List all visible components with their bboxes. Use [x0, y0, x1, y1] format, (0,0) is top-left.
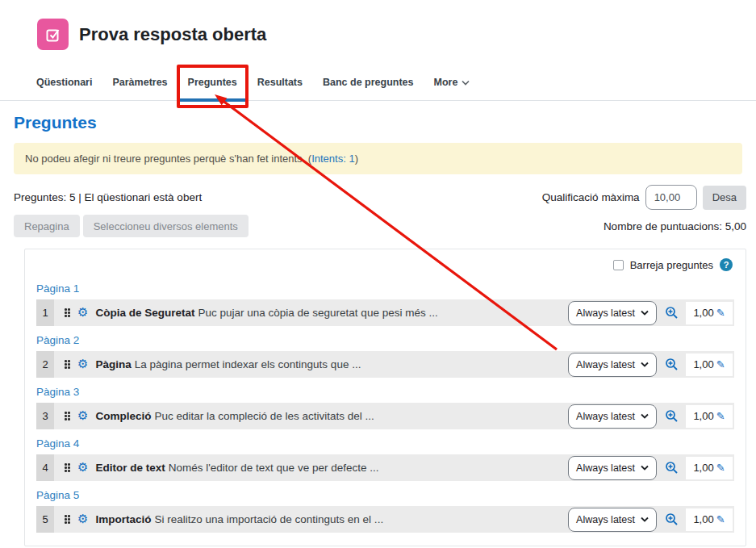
move-icon[interactable] — [65, 412, 70, 420]
chevron-down-icon — [462, 80, 470, 86]
page-link[interactable]: Pàgina 2 — [36, 334, 79, 346]
question-number: 5 — [36, 506, 54, 533]
question-text: Només l'editor de text que ve per defect… — [169, 462, 379, 474]
chevron-down-icon — [641, 310, 649, 316]
tab-preguntes[interactable]: Preguntes — [180, 75, 245, 100]
page-section: Pàgina 5 5 ⚙ Importació Si realitzo una … — [36, 481, 734, 533]
page-section: Pàgina 4 4 ⚙ Editor de text Només l'edit… — [36, 429, 734, 481]
tab-more[interactable]: More — [426, 75, 478, 100]
save-button[interactable]: Desa — [703, 186, 746, 210]
version-select[interactable]: Always latest — [568, 456, 657, 480]
max-grade-label: Qualificació màxima — [542, 191, 640, 203]
question-name[interactable]: Còpia de Seguretat — [95, 307, 194, 319]
total-points-text: Nombre de puntuacions: 5,00 — [604, 220, 746, 232]
version-select-value: Always latest — [576, 359, 635, 370]
page-link[interactable]: Pàgina 5 — [36, 489, 79, 501]
version-select[interactable]: Always latest — [568, 353, 657, 377]
question-points: 1,00 — [693, 410, 713, 422]
tab-questionari[interactable]: Qüestionari — [28, 75, 100, 100]
tab-banc-de-preguntes[interactable]: Banc de preguntes — [315, 75, 422, 100]
question-row: 5 ⚙ Importació Si realitzo una importaci… — [36, 506, 734, 533]
question-number: 1 — [36, 299, 54, 326]
edit-points-icon[interactable]: ✎ — [716, 307, 725, 318]
score-box: 1,00 ✎ — [686, 405, 733, 428]
question-row: 1 ⚙ Còpia de Seguretat Puc pujar una còp… — [36, 299, 734, 326]
tab-resultats[interactable]: Resultats — [249, 75, 311, 100]
question-points: 1,00 — [693, 307, 713, 319]
alert-text: No podeu afegir ni treure preguntes perq… — [25, 153, 311, 165]
question-row: 4 ⚙ Editor de text Només l'editor de tex… — [36, 454, 734, 481]
gear-icon[interactable]: ⚙ — [77, 410, 88, 422]
quiz-assignment-icon — [37, 19, 69, 50]
preview-question-icon[interactable] — [665, 358, 679, 371]
chevron-down-icon — [641, 465, 649, 471]
help-icon[interactable]: ? — [720, 258, 733, 271]
page-header: Prova resposta oberta — [0, 0, 756, 50]
move-icon[interactable] — [65, 515, 70, 524]
shuffle-label: Barreja preguntes — [630, 259, 713, 271]
page-section: Pàgina 1 1 ⚙ Còpia de Seguretat Puc puja… — [36, 274, 734, 326]
question-name[interactable]: Pàgina — [95, 358, 131, 370]
chevron-down-icon — [641, 362, 649, 367]
preview-question-icon[interactable] — [665, 512, 679, 526]
version-select-value: Always latest — [576, 307, 635, 319]
question-number: 3 — [36, 403, 54, 429]
gear-icon[interactable]: ⚙ — [77, 307, 88, 319]
move-icon[interactable] — [65, 360, 70, 369]
alert-text-suffix: ) — [355, 153, 358, 165]
question-list-container: Barreja preguntes ? Pàgina 1 1 ⚙ Còpia d… — [24, 249, 746, 546]
edit-points-icon[interactable]: ✎ — [716, 514, 725, 525]
max-grade-input[interactable] — [645, 185, 697, 210]
page-link[interactable]: Pàgina 3 — [36, 386, 79, 398]
gear-icon[interactable]: ⚙ — [77, 513, 88, 525]
gear-icon[interactable]: ⚙ — [77, 462, 88, 474]
question-number: 4 — [36, 454, 54, 481]
question-points: 1,00 — [693, 513, 713, 525]
tab-preguntes-label: Preguntes — [188, 77, 237, 88]
question-name[interactable]: Compleció — [95, 410, 151, 422]
version-select-value: Always latest — [576, 462, 635, 474]
attempts-link[interactable]: Intents: 1 — [311, 153, 354, 165]
version-select-value: Always latest — [576, 514, 635, 525]
select-multiple-button[interactable]: Seleccioneu diversos elements — [83, 215, 249, 237]
tab-parametres[interactable]: Paràmetres — [104, 75, 175, 100]
toolbar-row: Repagina Seleccioneu diversos elements N… — [14, 215, 746, 237]
page-title: Prova resposta oberta — [79, 24, 266, 45]
version-select[interactable]: Always latest — [568, 404, 657, 429]
shuffle-checkbox[interactable] — [613, 260, 624, 270]
chevron-down-icon — [641, 413, 649, 419]
edit-points-icon[interactable]: ✎ — [716, 411, 725, 421]
move-icon[interactable] — [65, 308, 70, 317]
question-number: 2 — [36, 351, 54, 378]
version-select-value: Always latest — [576, 411, 635, 422]
preview-question-icon[interactable] — [665, 306, 679, 320]
page-section: Pàgina 2 2 ⚙ Pàgina La pàgina permet ind… — [36, 326, 734, 378]
tab-bar: Qüestionari Paràmetres Preguntes Resulta… — [0, 75, 756, 101]
question-points: 1,00 — [693, 462, 713, 474]
page-link[interactable]: Pàgina 1 — [36, 282, 79, 295]
preview-question-icon[interactable] — [665, 409, 679, 423]
score-box: 1,00 ✎ — [686, 353, 733, 376]
repaginate-button[interactable]: Repagina — [14, 215, 80, 237]
section-heading: Preguntes — [14, 113, 756, 132]
page-link[interactable]: Pàgina 4 — [36, 437, 79, 450]
max-grade-group: Qualificació màxima Desa — [542, 185, 746, 210]
score-box: 1,00 ✎ — [686, 508, 733, 531]
version-select[interactable]: Always latest — [568, 508, 657, 532]
version-select[interactable]: Always latest — [568, 301, 657, 325]
edit-points-icon[interactable]: ✎ — [716, 359, 725, 370]
question-points: 1,00 — [693, 358, 713, 370]
gear-icon[interactable]: ⚙ — [77, 358, 88, 370]
tab-more-label: More — [434, 77, 458, 88]
question-text: La pàgina permet indexar els continguts … — [135, 358, 361, 370]
question-name[interactable]: Editor de text — [95, 462, 165, 474]
question-row: 2 ⚙ Pàgina La pàgina permet indexar els … — [36, 351, 734, 378]
move-icon[interactable] — [65, 463, 70, 472]
score-box: 1,00 ✎ — [686, 457, 733, 479]
status-row: Preguntes: 5 | El qüestionari està obert… — [14, 185, 746, 210]
quiz-status-text: Preguntes: 5 | El qüestionari està obert — [14, 191, 202, 203]
edit-points-icon[interactable]: ✎ — [716, 462, 725, 473]
chevron-down-icon — [641, 517, 649, 522]
preview-question-icon[interactable] — [665, 461, 679, 475]
question-name[interactable]: Importació — [95, 513, 151, 525]
